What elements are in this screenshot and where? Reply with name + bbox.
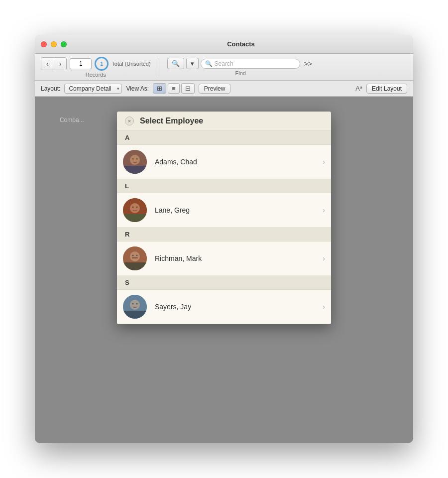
svg-point-25: [123, 295, 147, 319]
avatar-sayers-jay: [123, 295, 147, 319]
layout-dropdown-wrapper: Company Detail ▾: [64, 84, 122, 94]
employee-name-richman-mark: Richman, Mark: [155, 254, 323, 262]
records-label: Records: [86, 72, 106, 78]
avatar-lane-greg: [123, 198, 147, 222]
chevron-icon-lane: ›: [323, 206, 325, 214]
titlebar: Contacts: [35, 35, 413, 54]
find-controls: 🔍 ▾ 🔍 >>: [167, 58, 314, 69]
layout-dropdown[interactable]: Company Detail: [64, 84, 122, 94]
content-area: Compa... × Select Employee A: [35, 97, 413, 443]
employee-row[interactable]: Adams, Chad ›: [117, 145, 331, 179]
search-icon: 🔍: [205, 60, 213, 67]
svg-point-19: [123, 246, 147, 270]
expand-button[interactable]: >>: [302, 59, 314, 69]
avatar-richman-mark: [123, 246, 147, 270]
toolbar-divider: [159, 58, 159, 76]
nav-buttons: ‹ ›: [41, 57, 67, 70]
employee-name-adams-chad: Adams, Chad: [155, 158, 323, 166]
employee-name-sayers-jay: Sayers, Jay: [155, 303, 323, 311]
avatar-mark-image: [123, 246, 147, 270]
company-field-label: Compa...: [60, 117, 84, 123]
view-as-label: View As:: [126, 85, 149, 92]
chevron-icon-sayers: ›: [323, 303, 325, 311]
maximize-button[interactable]: [61, 41, 67, 47]
search-bar: 🔍: [201, 59, 300, 69]
avatar-adams-chad: [123, 150, 147, 174]
preview-button[interactable]: Preview: [199, 84, 231, 94]
svg-point-6: [123, 150, 147, 174]
section-header-a: A: [117, 131, 331, 145]
modal-body: A Adams, Chad: [117, 131, 331, 324]
modal-close-button[interactable]: ×: [125, 117, 134, 125]
find-section: 🔍 ▾ 🔍 >> Find: [167, 58, 314, 76]
chevron-icon-adams: ›: [323, 158, 325, 166]
select-employee-modal: × Select Employee A: [117, 112, 331, 324]
employee-row[interactable]: Lane, Greg ›: [117, 193, 331, 228]
view-table-button[interactable]: ⊟: [181, 83, 195, 94]
traffic-lights: [41, 41, 67, 47]
circle-indicator: 1: [95, 57, 109, 71]
total-badge: 1 Total (Unsorted): [95, 57, 150, 71]
section-header-l: L: [117, 179, 331, 193]
modal-title: Select Employee: [140, 117, 203, 125]
view-buttons: ⊞ ≡ ⊟: [153, 83, 195, 94]
find-search-icon-button[interactable]: 🔍: [167, 58, 184, 69]
chevron-icon-richman: ›: [323, 254, 325, 262]
layout-bar: Layout: Company Detail ▾ View As: ⊞ ≡ ⊟ …: [35, 81, 413, 97]
avatar-greg-image: [123, 198, 147, 222]
svg-point-12: [123, 198, 147, 222]
find-dropdown-button[interactable]: ▾: [186, 58, 199, 69]
view-form-button[interactable]: ⊞: [153, 83, 166, 94]
records-section: ‹ › 1 Total (Unsorted) Records: [41, 57, 151, 78]
total-label: Total (Unsorted): [112, 61, 150, 67]
window-title: Contacts: [75, 40, 407, 48]
avatar-chad-image: [123, 150, 147, 174]
main-window: Contacts ‹ › 1 Total (Unsorted) Records: [35, 35, 413, 443]
employee-row[interactable]: Richman, Mark ›: [117, 241, 331, 276]
layout-label: Layout:: [41, 85, 60, 92]
section-header-r: R: [117, 228, 331, 241]
close-button[interactable]: [41, 41, 47, 47]
modal-header: × Select Employee: [117, 112, 331, 131]
nav-forward-button[interactable]: ›: [54, 58, 67, 70]
nav-back-button[interactable]: ‹: [41, 58, 54, 70]
avatar-jay-image: [123, 295, 147, 319]
edit-layout-button[interactable]: Edit Layout: [366, 84, 407, 94]
record-number-input[interactable]: [70, 58, 92, 69]
section-header-s: S: [117, 276, 331, 290]
employee-row[interactable]: Sayers, Jay ›: [117, 290, 331, 324]
toolbar: ‹ › 1 Total (Unsorted) Records 🔍 ▾ 🔍: [35, 54, 413, 81]
employee-name-lane-greg: Lane, Greg: [155, 206, 323, 214]
font-size-icon: Aᵃ: [355, 85, 362, 92]
view-list-button[interactable]: ≡: [168, 83, 180, 94]
search-input[interactable]: [215, 60, 294, 67]
find-label: Find: [235, 70, 246, 76]
minimize-button[interactable]: [51, 41, 57, 47]
